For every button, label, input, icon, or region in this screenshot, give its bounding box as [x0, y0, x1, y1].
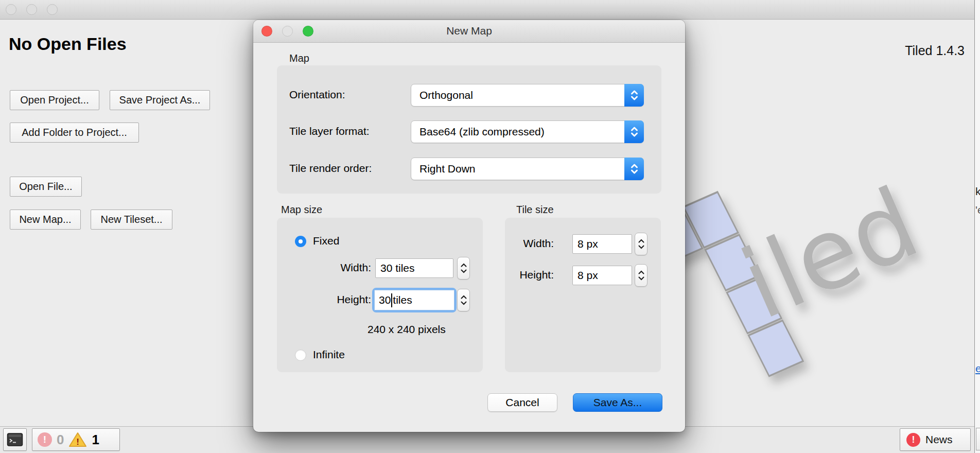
open-project-button[interactable]: Open Project...: [10, 90, 99, 110]
new-tileset-button[interactable]: New Tileset...: [91, 210, 172, 230]
orientation-label: Orientation:: [289, 89, 345, 101]
infinite-radio[interactable]: [295, 350, 306, 361]
stepper-up-icon: [461, 263, 467, 267]
edge-link-fragment[interactable]: e: [975, 362, 980, 375]
edge-button-sliver: [976, 428, 980, 450]
tile-layer-format-label: Tile layer format:: [289, 125, 370, 137]
save-project-as-button[interactable]: Save Project As...: [110, 90, 210, 110]
page-title: No Open Files: [9, 34, 127, 54]
svg-text:!: !: [77, 437, 80, 447]
tile-width-input[interactable]: 8 px: [572, 234, 632, 254]
console-toggle-button[interactable]: [3, 428, 27, 451]
map-groupbox: Orientation: Orthogonal Tile layer forma…: [277, 65, 661, 194]
tile-height-stepper[interactable]: [635, 264, 647, 287]
issues-counter-button[interactable]: ! 0 ! 1: [32, 428, 120, 451]
tile-size-groupbox: Width: 8 px Height: 8 px: [505, 218, 661, 372]
fixed-radio[interactable]: [295, 236, 306, 247]
news-button[interactable]: ! News: [900, 428, 971, 451]
minimize-icon[interactable]: [26, 4, 37, 15]
watermark-text: iled: [726, 166, 934, 341]
map-size-group-label: Map size: [281, 204, 322, 216]
warning-count: 1: [92, 432, 99, 448]
terminal-icon: [7, 432, 23, 447]
maximize-icon[interactable]: [47, 4, 58, 15]
news-label: News: [925, 433, 953, 446]
background-window-sliver: k 'e e: [974, 0, 980, 453]
stepper-up-icon: [461, 295, 467, 299]
map-size-groupbox: Fixed Width: 30 tiles Height: 30 tiles 2…: [277, 218, 483, 372]
add-folder-to-project-button[interactable]: Add Folder to Project...: [10, 123, 139, 143]
new-map-dialog: New Map Map Orientation: Orthogonal Tile…: [253, 20, 685, 432]
orientation-select[interactable]: Orthogonal: [411, 84, 644, 107]
stepper-down-icon: [461, 301, 467, 305]
stepper-up-icon: [638, 270, 644, 274]
edge-text-fragment: 'e: [975, 204, 980, 216]
dropdown-arrows-icon: [624, 84, 644, 107]
tile-render-order-select[interactable]: Right Down: [411, 158, 644, 180]
map-height-stepper[interactable]: [457, 289, 470, 311]
pixel-size-readout: 240 x 240 pixels: [367, 323, 446, 336]
stepper-up-icon: [638, 239, 644, 243]
dialog-titlebar[interactable]: New Map: [253, 20, 685, 43]
infinite-radio-label: Infinite: [313, 349, 345, 361]
tile-layer-format-select[interactable]: Base64 (zlib compressed): [411, 120, 644, 143]
stepper-down-icon: [461, 269, 467, 273]
cancel-button[interactable]: Cancel: [487, 393, 557, 412]
error-count: 0: [57, 432, 64, 448]
close-icon[interactable]: [6, 4, 16, 15]
save-as-button[interactable]: Save As...: [573, 393, 662, 412]
app-version-label: Tiled 1.4.3: [905, 43, 965, 58]
fixed-radio-label: Fixed: [313, 235, 339, 247]
dialog-title: New Map: [253, 25, 685, 37]
error-icon: !: [38, 432, 52, 447]
map-width-label: Width:: [308, 262, 371, 274]
stepper-down-icon: [638, 276, 644, 281]
map-group-label: Map: [289, 53, 309, 64]
news-alert-icon: !: [906, 433, 920, 447]
tile-size-group-label: Tile size: [516, 204, 554, 216]
dropdown-arrows-icon: [624, 158, 644, 180]
new-map-button[interactable]: New Map...: [10, 210, 81, 230]
text-cursor: [391, 293, 392, 307]
map-width-stepper[interactable]: [457, 257, 470, 280]
warning-icon: !: [68, 431, 87, 448]
stepper-down-icon: [638, 245, 644, 249]
open-file-button[interactable]: Open File...: [10, 177, 82, 197]
tile-width-stepper[interactable]: [635, 233, 647, 255]
tile-render-order-label: Tile render order:: [289, 162, 372, 175]
tile-height-label: Height:: [510, 269, 554, 281]
tile-width-label: Width:: [510, 237, 554, 250]
main-titlebar: [0, 0, 974, 20]
map-width-input[interactable]: 30 tiles: [375, 258, 453, 278]
dropdown-arrows-icon: [624, 120, 644, 143]
edge-text-fragment: k: [975, 185, 980, 198]
tile-height-input[interactable]: 8 px: [572, 266, 632, 285]
map-height-input[interactable]: 30 tiles: [372, 288, 457, 312]
screen: iled No Open Files Tiled 1.4.3 Open Proj…: [0, 0, 980, 453]
map-height-label: Height:: [308, 293, 371, 306]
